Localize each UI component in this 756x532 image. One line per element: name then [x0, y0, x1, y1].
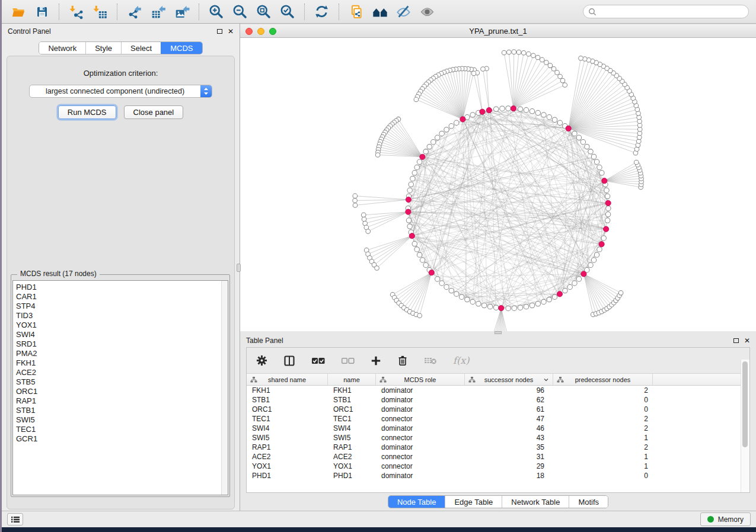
close-table-panel-icon[interactable]: ✕ [744, 338, 750, 344]
leaf-node[interactable] [535, 55, 540, 60]
table-tab-edge-table[interactable]: Edge Table [445, 496, 502, 508]
ring-node[interactable] [414, 247, 419, 252]
result-node[interactable]: GCR1 [13, 434, 228, 444]
memory-button[interactable]: Memory [700, 512, 751, 526]
ring-node[interactable] [585, 144, 589, 149]
network-window-titlebar[interactable]: YPA_prune.txt_1 [240, 25, 756, 38]
leaf-node[interactable] [634, 160, 639, 165]
cell-successor-nodes[interactable]: 43 [465, 434, 553, 442]
cell-shared-name[interactable]: STB1 [247, 396, 328, 404]
mcds-hub-node[interactable] [581, 271, 586, 277]
ring-node[interactable] [470, 113, 475, 117]
ring-node[interactable] [410, 176, 415, 181]
ring-node[interactable] [406, 218, 411, 223]
mcds-hub-node[interactable] [406, 197, 411, 202]
ring-node[interactable] [524, 108, 528, 113]
leaf-node[interactable] [551, 66, 556, 71]
ring-node[interactable] [493, 305, 498, 310]
cell-successor-nodes[interactable]: 18 [465, 472, 553, 480]
mcds-hub-node[interactable] [511, 105, 516, 111]
table-row[interactable]: RAP1RAP1dominator352 [247, 443, 749, 452]
ring-node[interactable] [487, 304, 492, 309]
ring-node[interactable] [427, 144, 432, 149]
mcds-hub-node[interactable] [605, 200, 611, 206]
maximize-window-icon[interactable] [269, 28, 276, 35]
cell-successor-nodes[interactable]: 61 [465, 405, 553, 414]
cell-shared-name[interactable]: SWI5 [247, 434, 328, 442]
ring-node[interactable] [547, 115, 551, 120]
clone-network-button[interactable] [347, 2, 365, 21]
ring-node[interactable] [535, 302, 540, 306]
ring-node[interactable] [541, 299, 546, 304]
ring-node[interactable] [605, 218, 610, 223]
cell-predecessor-nodes[interactable]: 2 [553, 443, 653, 451]
function-builder-button[interactable]: f(x) [453, 355, 469, 366]
mcds-hub-node[interactable] [429, 270, 434, 275]
result-node[interactable]: CAR1 [13, 292, 228, 302]
mcds-hub-node[interactable] [406, 209, 411, 214]
ring-node[interactable] [407, 188, 412, 193]
cell-successor-nodes[interactable]: 62 [465, 396, 553, 404]
ring-node[interactable] [417, 252, 422, 257]
cell-shared-name[interactable]: TEC1 [247, 415, 328, 423]
ring-node[interactable] [454, 120, 459, 125]
cell-name[interactable]: FKH1 [328, 386, 376, 395]
ring-node[interactable] [572, 281, 577, 286]
close-panel-button[interactable]: Close panel [124, 105, 184, 119]
ring-node[interactable] [431, 140, 436, 145]
cell-mcds-role[interactable]: connector [376, 453, 465, 461]
ring-node[interactable] [449, 124, 454, 129]
ring-node[interactable] [591, 258, 596, 262]
ring-node[interactable] [547, 297, 551, 302]
ring-node[interactable] [594, 159, 599, 164]
ring-node[interactable] [518, 305, 522, 310]
ring-node[interactable] [529, 303, 534, 307]
result-node[interactable]: STP4 [13, 302, 228, 311]
select-all-button[interactable] [311, 357, 325, 365]
cell-predecessor-nodes[interactable]: 1 [553, 453, 653, 461]
minimize-window-icon[interactable] [257, 28, 264, 35]
open-file-button[interactable] [9, 2, 27, 21]
cell-predecessor-nodes[interactable]: 0 [553, 472, 653, 480]
cell-mcds-role[interactable]: connector [376, 462, 465, 470]
ring-node[interactable] [601, 236, 606, 241]
ring-node[interactable] [449, 288, 454, 293]
mcds-hub-node[interactable] [604, 226, 609, 232]
mcds-hub-node[interactable] [602, 178, 607, 184]
ring-node[interactable] [512, 306, 516, 310]
leaf-node[interactable] [353, 194, 358, 198]
cell-name[interactable]: TEC1 [328, 415, 376, 423]
cell-name[interactable]: SWI4 [328, 424, 376, 432]
cell-shared-name[interactable]: RAP1 [247, 443, 328, 451]
table-settings-button[interactable] [256, 355, 267, 366]
leaf-node[interactable] [516, 50, 521, 55]
leaf-node[interactable] [353, 198, 358, 203]
cell-predecessor-nodes[interactable]: 2 [553, 424, 653, 432]
mcds-hub-node[interactable] [409, 233, 414, 239]
result-node[interactable]: RAP1 [13, 396, 228, 406]
first-neighbors-button[interactable] [371, 2, 389, 21]
cell-name[interactable]: ORC1 [328, 405, 376, 414]
vertical-splitter-grip[interactable] [237, 264, 241, 272]
ring-node[interactable] [606, 206, 611, 210]
cell-successor-nodes[interactable]: 46 [465, 424, 553, 432]
zoom-fit-button[interactable] [254, 2, 273, 21]
leaf-node[interactable] [417, 313, 422, 318]
leaf-node[interactable] [527, 52, 531, 56]
cell-name[interactable]: PHD1 [328, 472, 376, 480]
deselect-all-button[interactable] [341, 357, 355, 365]
delete-columns-button[interactable] [397, 355, 408, 366]
ring-node[interactable] [588, 149, 593, 154]
result-node[interactable]: STB1 [13, 406, 228, 415]
result-node[interactable]: PHD1 [13, 283, 228, 292]
cell-mcds-role[interactable]: dominator [376, 396, 465, 404]
ring-node[interactable] [506, 306, 511, 310]
ring-node[interactable] [594, 252, 599, 257]
ring-node[interactable] [417, 159, 422, 164]
ring-node[interactable] [409, 182, 413, 187]
leaf-node[interactable] [375, 266, 379, 271]
table-tab-network-table[interactable]: Network Table [502, 496, 569, 508]
ring-node[interactable] [605, 194, 610, 198]
cell-successor-nodes[interactable]: 31 [465, 453, 553, 461]
ring-node[interactable] [412, 241, 417, 246]
